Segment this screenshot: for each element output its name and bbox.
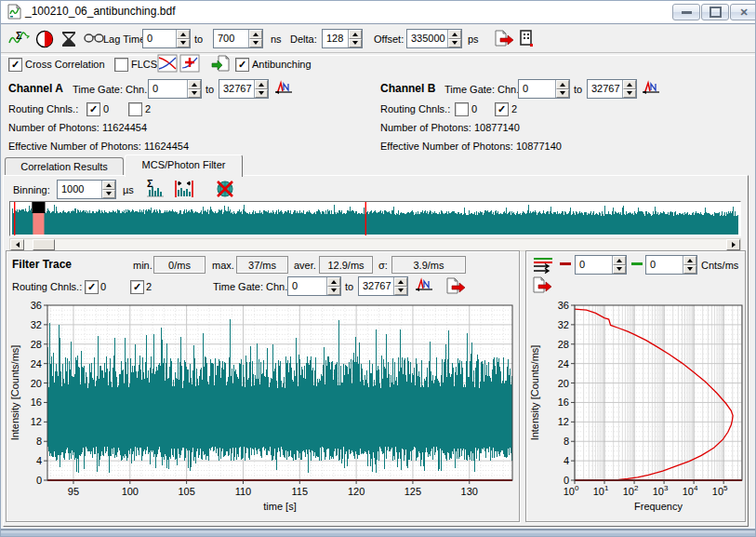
channel-b-routing-0-checkbox[interactable] [455,102,469,116]
lower-threshold-value[interactable]: 0 [576,256,612,274]
lag-to-spinbox[interactable]: 700 [213,29,263,48]
intensity-histogram-chart[interactable]: 04812162024283236100101102103104105Frequ… [528,300,745,519]
hourglass-button[interactable] [59,29,79,51]
discard-sphere-button[interactable] [215,179,235,201]
mcs-trace-chart[interactable]: 0481216202428323695100105110115120125130… [8,300,519,519]
lag-to-value[interactable]: 700 [214,30,248,47]
binning-value[interactable]: 1000 [58,181,101,198]
filter-export-button[interactable] [445,276,466,297]
upper-threshold-value[interactable]: 0 [646,256,683,274]
tab-mcs-photon-filter[interactable]: MCS/Photon Filter [125,154,243,177]
channel-b-gate-to-spinbox[interactable]: 32767 [587,79,637,99]
spin-up-button[interactable] [623,80,636,89]
overview-trace-chart[interactable] [10,202,740,235]
gate-to-value[interactable]: 32767 [359,277,393,295]
spin-up-button[interactable] [255,80,268,89]
filter-gate-from-spinbox[interactable]: 0 [287,276,341,296]
filter-routing-0-checkbox[interactable]: ✓ [85,280,99,294]
spin-up-button[interactable] [327,277,340,287]
histogram-export-button[interactable] [532,275,552,296]
offset-value[interactable]: 335000 [407,30,447,47]
scroll-left-button[interactable] [10,239,24,250]
spin-up-button[interactable] [102,181,115,190]
preview-glasses-icon [83,32,105,45]
gate-from-value[interactable]: 0 [519,80,555,98]
spin-down-button[interactable] [623,89,636,99]
channel-a-gate-to-spinbox[interactable]: 32767 [219,79,269,99]
title-bar[interactable]: _100210_06_antibunching.bdf ✕ [1,1,755,24]
antibunching-checkbox[interactable]: ✓ [235,58,249,72]
preview-glasses-button[interactable] [83,32,105,47]
spin-up-button[interactable] [177,30,190,39]
cross-correlation-label: Cross Correlation [25,57,105,72]
threshold-unit-label: Cnts/ms [701,258,738,273]
spin-down-button[interactable] [188,89,201,99]
channel-b-gate-from-spinbox[interactable]: 0 [518,79,570,99]
correlate-sum-button[interactable]: Σ [8,29,31,51]
fcs-plot-button[interactable] [157,54,178,74]
spin-down-button[interactable] [556,89,569,99]
down-arrow-icon [617,267,622,271]
spin-up-button[interactable] [556,80,569,89]
spin-down-button[interactable] [255,89,268,99]
close-document-button[interactable] [518,29,535,49]
tab-correlation-results[interactable]: Correlation Results [5,157,124,176]
channel-a-routing-2-checkbox[interactable] [128,102,142,116]
spin-down-button[interactable] [683,265,696,275]
binning-spinbox[interactable]: 1000 [57,180,116,199]
spin-down-button[interactable] [327,287,340,296]
gate-to-value[interactable]: 32767 [219,80,254,98]
spin-down-button[interactable] [349,39,362,48]
filter-routing-2-checkbox[interactable]: ✓ [130,280,144,294]
channel-a-routing-0-checkbox[interactable]: ✓ [86,102,100,116]
channel-a-title: Channel A [8,81,63,96]
spin-up-button[interactable] [249,30,262,39]
channel-b-routing-2-checkbox[interactable]: ✓ [495,102,509,116]
pie-timer-icon [34,29,55,49]
channel-a-time-gate-button[interactable] [273,79,294,100]
channel-a-gate-from-spinbox[interactable]: 0 [148,79,202,99]
spin-up-button[interactable] [188,80,201,89]
upper-threshold-spinbox[interactable]: 0 [645,255,697,275]
threshold-lines-button[interactable] [532,255,554,275]
close-button[interactable]: ✕ [730,4,756,20]
channel-b-time-gate-button[interactable] [641,79,661,100]
overview-trace-strip[interactable] [9,201,741,236]
gate-to-value[interactable]: 32767 [588,80,622,98]
gate-from-value[interactable]: 0 [149,80,187,98]
cross-correlation-checkbox[interactable]: ✓ [8,58,22,72]
restore-button[interactable] [701,4,729,20]
gate-from-value[interactable]: 0 [288,277,326,295]
spin-down-button[interactable] [394,287,407,296]
spin-up-button[interactable] [349,30,362,39]
spin-up-button[interactable] [448,30,461,39]
spin-down-button[interactable] [448,39,461,48]
spin-up-button[interactable] [683,256,696,265]
spin-down-button[interactable] [102,190,115,199]
sum-histogram-button[interactable]: Σ [145,179,166,201]
pie-timer-button[interactable] [34,29,55,51]
overview-scrollbar[interactable] [9,238,741,251]
minimize-button[interactable] [672,4,700,20]
offset-spinbox[interactable]: 335000 [406,29,462,48]
spin-down-button[interactable] [249,39,262,48]
flcs-checkbox[interactable] [114,58,128,72]
filter-time-gate-button[interactable] [414,276,434,297]
delta-value[interactable]: 128 [323,30,348,47]
export-button[interactable] [494,29,514,49]
lag-from-spinbox[interactable]: 0 [142,29,191,48]
spin-up-button[interactable] [613,256,626,265]
delta-spinbox[interactable]: 128 [322,29,363,48]
spin-down-button[interactable] [613,265,626,275]
lower-threshold-spinbox[interactable]: 0 [575,255,627,275]
filter-gate-to-spinbox[interactable]: 32767 [358,276,408,296]
scroll-right-button[interactable] [726,239,740,250]
fcs-add-button[interactable] [179,54,200,74]
spin-up-button[interactable] [394,277,407,287]
histogram-range-button[interactable] [173,179,195,201]
import-document-button[interactable] [211,54,232,74]
aver-label: aver. [294,258,316,273]
spin-down-button[interactable] [177,39,190,48]
scroll-thumb[interactable] [33,239,55,250]
lag-from-value[interactable]: 0 [143,30,176,47]
